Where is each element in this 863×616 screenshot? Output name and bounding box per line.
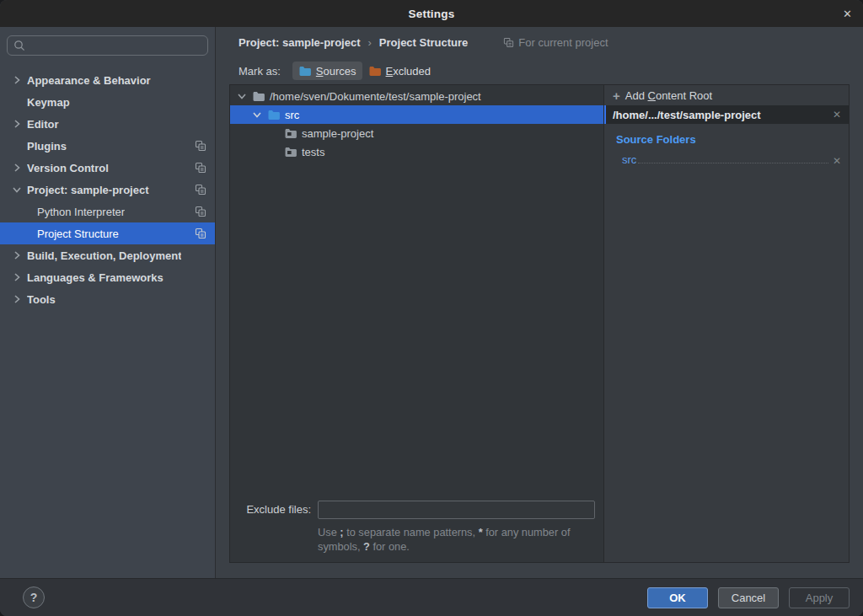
- project-scope-icon: [195, 206, 206, 217]
- search-input[interactable]: [7, 35, 208, 56]
- project-scope-icon: [195, 140, 206, 152]
- content-tree-panel: /home/sven/Dokumente/test/sample-project…: [230, 85, 604, 562]
- sidebar-item-tools[interactable]: Tools: [0, 288, 215, 310]
- sidebar-item-languages-frameworks[interactable]: Languages & Frameworks: [0, 266, 215, 288]
- chevron-right-icon: [10, 249, 24, 262]
- dotted-leader: [638, 163, 828, 163]
- add-content-root-label: Add Content Root: [625, 89, 712, 102]
- mark-as-label: Mark as:: [239, 65, 281, 78]
- plus-icon: +: [613, 89, 620, 102]
- mark-as-toolbar: Mark as: Sources Excluded: [216, 57, 863, 84]
- project-scope-icon: [195, 228, 206, 239]
- project-scope-icon: [195, 184, 206, 196]
- source-folder-name: src: [622, 154, 636, 166]
- remove-content-root-icon[interactable]: ✕: [833, 110, 841, 120]
- content-roots-panel: + Add Content Root /home/.../test/sample…: [604, 85, 849, 562]
- sidebar-nav: Appearance & Behavior Keymap Editor Plug…: [0, 69, 215, 578]
- settings-content: Project: sample-project › Project Struct…: [216, 27, 863, 578]
- help-button[interactable]: ?: [23, 587, 45, 608]
- chevron-right-icon: [10, 292, 24, 306]
- sidebar-item-editor[interactable]: Editor: [0, 113, 215, 135]
- sidebar-item-appearance-behavior[interactable]: Appearance & Behavior: [0, 69, 215, 91]
- remove-source-folder-icon[interactable]: ✕: [833, 156, 841, 166]
- content-root-item[interactable]: /home/.../test/sample-project ✕: [604, 105, 849, 124]
- settings-dialog: Settings ✕ Appearance & Behavior Keymap: [0, 0, 863, 616]
- mark-sources-label: Sources: [316, 65, 356, 78]
- content-root-path: /home/.../test/sample-project: [613, 109, 761, 121]
- settings-sidebar: Appearance & Behavior Keymap Editor Plug…: [0, 27, 216, 578]
- folder-icon: [252, 89, 265, 103]
- close-icon[interactable]: ✕: [843, 0, 852, 27]
- breadcrumb-separator: ›: [368, 36, 372, 49]
- add-content-root-button[interactable]: + Add Content Root: [604, 85, 849, 105]
- tree-row-content-root[interactable]: /home/sven/Dokumente/test/sample-project: [230, 87, 603, 105]
- breadcrumb-page: Project Structure: [379, 36, 468, 49]
- dialog-footer: ? OK Cancel Apply: [0, 578, 863, 616]
- chevron-right-icon: [10, 73, 24, 87]
- chevron-down-icon: [10, 183, 24, 196]
- sidebar-item-project-sample-project[interactable]: Project: sample-project: [0, 179, 215, 201]
- sidebar-item-plugins[interactable]: Plugins: [0, 135, 215, 157]
- chevron-right-icon: [10, 271, 24, 284]
- apply-button[interactable]: Apply: [789, 587, 850, 608]
- ok-button[interactable]: OK: [647, 587, 708, 608]
- question-mark-icon: ?: [30, 591, 38, 604]
- project-scope-icon: [503, 37, 514, 48]
- sidebar-item-keymap[interactable]: Keymap: [0, 91, 215, 113]
- package-folder-icon: [284, 145, 297, 158]
- breadcrumb: Project: sample-project › Project Struct…: [216, 27, 863, 57]
- package-folder-icon: [284, 126, 297, 140]
- sidebar-item-python-interpreter[interactable]: Python Interpreter: [0, 201, 215, 222]
- exclude-files-section: Exclude files: Use ; to separate name pa…: [230, 501, 603, 562]
- mark-excluded-button[interactable]: Excluded: [362, 62, 437, 80]
- project-scope-icon: [195, 162, 206, 174]
- sidebar-item-version-control[interactable]: Version Control: [0, 157, 215, 179]
- title-bar: Settings ✕: [0, 0, 863, 27]
- chevron-right-icon: [10, 117, 24, 131]
- excluded-folder-icon: [368, 64, 382, 78]
- breadcrumb-project: Project: sample-project: [239, 36, 361, 49]
- mark-sources-button[interactable]: Sources: [292, 62, 362, 80]
- sidebar-item-project-structure[interactable]: Project Structure: [0, 222, 215, 244]
- source-folder-icon: [298, 64, 312, 78]
- dialog-title: Settings: [409, 8, 455, 20]
- mark-excluded-label: Excluded: [386, 65, 431, 78]
- exclude-files-input[interactable]: [318, 501, 595, 519]
- directory-tree: /home/sven/Dokumente/test/sample-project…: [230, 85, 603, 501]
- bottom-spacer: [216, 563, 863, 578]
- project-structure-panels: /home/sven/Dokumente/test/sample-project…: [229, 84, 850, 563]
- scope-note-label: For current project: [518, 36, 608, 49]
- exclude-files-label: Exclude files:: [230, 503, 311, 516]
- tree-row-sample-project[interactable]: sample-project: [230, 124, 603, 142]
- exclude-files-hint: Use ; to separate name patterns, * for a…: [318, 525, 598, 554]
- cancel-button[interactable]: Cancel: [718, 587, 779, 608]
- scope-note: For current project: [503, 36, 608, 49]
- footer-buttons: OK Cancel Apply: [647, 587, 850, 608]
- chevron-down-icon: [235, 89, 249, 103]
- tree-row-tests[interactable]: tests: [230, 142, 603, 161]
- tree-row-src[interactable]: src: [230, 105, 603, 124]
- source-folder-item[interactable]: src ✕: [622, 151, 841, 166]
- chevron-right-icon: [10, 161, 24, 174]
- sidebar-item-build-execution-deployment[interactable]: Build, Execution, Deployment: [0, 244, 215, 266]
- source-folder-icon: [267, 108, 281, 121]
- chevron-down-icon: [250, 108, 264, 121]
- search-icon: [13, 40, 25, 51]
- source-folders-title: Source Folders: [604, 124, 849, 149]
